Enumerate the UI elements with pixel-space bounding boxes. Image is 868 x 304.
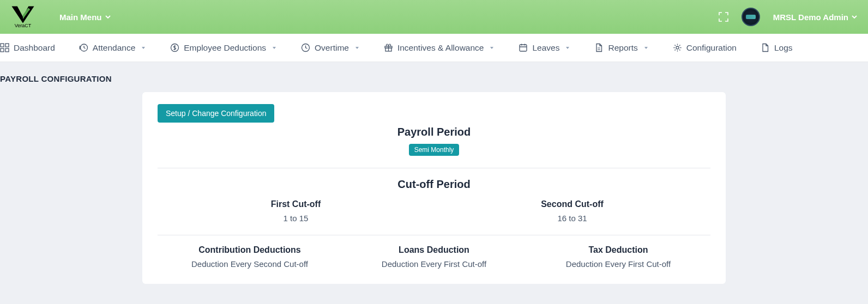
loans-deduction-col: Loans Deduction Deduction Every First Cu… [342, 245, 526, 269]
nav-label: Leaves [532, 43, 559, 53]
divider [158, 168, 710, 168]
svg-point-10 [676, 46, 679, 49]
clock-icon [301, 43, 310, 52]
caret-down-icon [643, 45, 649, 51]
caret-down-icon [565, 45, 570, 51]
gear-icon [673, 43, 682, 52]
loans-deduction-label: Loans Deduction [342, 245, 526, 255]
svg-rect-9 [520, 45, 527, 51]
first-cutoff-label: First Cut-off [158, 199, 434, 209]
divider [158, 235, 710, 235]
caret-down-icon [354, 45, 360, 51]
nav-label: Reports [608, 43, 637, 53]
nav-configuration[interactable]: Configuration [661, 43, 749, 53]
page-title: PAYROLL CONFIGURATION [0, 74, 868, 83]
nav-label: Overtime [315, 43, 349, 53]
grid-icon [0, 43, 9, 52]
svg-rect-3 [5, 48, 9, 52]
cutoff-period-title: Cut-off Period [158, 178, 710, 191]
caret-down-icon [489, 45, 495, 51]
main-menu-dropdown[interactable]: Main Menu [59, 13, 111, 22]
file-icon [594, 43, 604, 52]
tax-deduction-value: Deduction Every First Cut-off [526, 259, 710, 269]
avatar-inner [746, 15, 756, 19]
nav-dashboard[interactable]: Dashboard [0, 43, 67, 53]
fullscreen-icon[interactable] [719, 12, 728, 22]
first-cutoff-col: First Cut-off 1 to 15 [158, 199, 434, 223]
document-icon [761, 43, 770, 52]
first-cutoff-value: 1 to 15 [158, 214, 434, 223]
loans-deduction-value: Deduction Every First Cut-off [342, 259, 526, 269]
deduction-columns: Contribution Deductions Deduction Every … [158, 245, 710, 269]
logo[interactable]: VeraCT [11, 5, 35, 28]
header-right: MRSL Demo Admin [719, 8, 857, 26]
svg-rect-1 [5, 44, 9, 47]
nav-label: Dashboard [14, 43, 55, 53]
nav-employee-deductions[interactable]: Employee Deductions [158, 43, 289, 53]
nav-label: Incentives & Allowance [397, 43, 484, 53]
main-menu-label: Main Menu [59, 13, 102, 22]
second-cutoff-label: Second Cut-off [434, 199, 710, 209]
tax-deduction-label: Tax Deduction [526, 245, 710, 255]
nav-overtime[interactable]: Overtime [289, 43, 372, 53]
second-cutoff-value: 16 to 31 [434, 214, 710, 223]
chevron-down-icon [105, 14, 111, 20]
dollar-circle-icon [170, 43, 179, 52]
nav-label: Attendance [93, 43, 135, 53]
nav-incentives-allowance[interactable]: Incentives & Allowance [372, 43, 507, 53]
chevron-down-icon [852, 14, 857, 20]
nav-bar: Dashboard Attendance Employee Deductions… [0, 34, 868, 62]
user-name-label: MRSL Demo Admin [773, 13, 848, 22]
second-cutoff-col: Second Cut-off 16 to 31 [434, 199, 710, 223]
calendar-icon [519, 43, 528, 52]
nav-reports[interactable]: Reports [582, 43, 660, 53]
nav-leaves[interactable]: Leaves [507, 43, 582, 53]
svg-rect-0 [1, 44, 4, 47]
setup-change-config-button[interactable]: Setup / Change Configuration [158, 104, 274, 123]
avatar[interactable] [742, 8, 760, 26]
cutoff-columns: First Cut-off 1 to 15 Second Cut-off 16 … [158, 199, 710, 223]
top-header: VeraCT Main Menu MRSL Demo Admin [0, 0, 868, 34]
caret-down-icon [141, 45, 146, 51]
nav-label: Employee Deductions [184, 43, 266, 53]
nav-attendance[interactable]: Attendance [67, 43, 158, 53]
logo-mark-icon [11, 5, 35, 24]
svg-rect-2 [1, 48, 4, 52]
config-card: Setup / Change Configuration Payroll Per… [142, 92, 726, 284]
tax-deduction-col: Tax Deduction Deduction Every First Cut-… [526, 245, 710, 269]
contribution-deductions-col: Contribution Deductions Deduction Every … [158, 245, 342, 269]
contribution-deductions-value: Deduction Every Second Cut-off [158, 259, 342, 269]
gift-icon [384, 43, 393, 52]
nav-label: Configuration [686, 43, 737, 53]
contribution-deductions-label: Contribution Deductions [158, 245, 342, 255]
nav-label: Logs [774, 43, 793, 53]
nav-logs[interactable]: Logs [749, 43, 805, 53]
logo-text: VeraCT [15, 23, 32, 28]
payroll-period-title: Payroll Period [158, 126, 710, 138]
payroll-period-badge: Semi Monthly [409, 144, 460, 156]
clock-history-icon [79, 43, 88, 52]
user-menu[interactable]: MRSL Demo Admin [773, 13, 857, 22]
caret-down-icon [272, 45, 277, 51]
